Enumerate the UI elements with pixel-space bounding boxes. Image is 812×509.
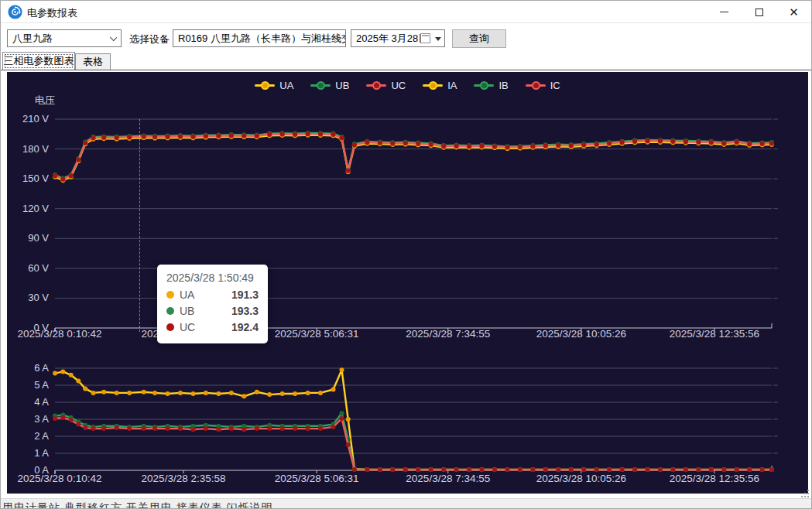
maximize-icon <box>755 9 763 16</box>
close-button[interactable]: ✕ <box>776 1 811 23</box>
chevron-down-icon <box>110 34 117 41</box>
legend-label: UC <box>391 80 406 91</box>
legend-label: UB <box>335 80 349 91</box>
tooltip-uc-label: UC <box>180 321 195 333</box>
legend-swatch-icon <box>255 84 275 87</box>
area-select[interactable]: 八里九路 <box>7 29 122 47</box>
tab-table-label: 表格 <box>83 55 103 69</box>
svg-text:3 A: 3 A <box>34 413 49 425</box>
tooltip-ub-value: 193.3 <box>231 305 259 317</box>
svg-text:2025/3/28 10:05:26: 2025/3/28 10:05:26 <box>536 328 626 340</box>
tooltip-time: 2025/3/28 1:50:49 <box>166 272 259 284</box>
tab-focus-rect <box>5 54 73 68</box>
tooltip-row-uc: UC 192.4 <box>166 321 259 333</box>
legend-label: IB <box>499 80 508 91</box>
device-select-value: R0169 八里九路（长丰路）与湘桂线交 <box>178 32 346 46</box>
legend-label: UA <box>279 80 293 91</box>
area-select-value: 八里九路 <box>12 32 53 46</box>
crosshair-line <box>139 119 140 332</box>
legend-swatch-icon <box>423 84 443 87</box>
svg-text:2025/3/28 5:06:31: 2025/3/28 5:06:31 <box>275 328 359 340</box>
svg-text:2025/3/28 2:35:58: 2025/3/28 2:35:58 <box>142 473 226 484</box>
legend-item-ub[interactable]: UB <box>310 80 349 91</box>
device-select[interactable]: R0169 八里九路（长丰路）与湘桂线交 <box>173 29 346 47</box>
svg-text:2025/3/28 0:10:42: 2025/3/28 0:10:42 <box>18 473 102 484</box>
tooltip-uc-value: 192.4 <box>231 321 259 333</box>
legend-item-ib[interactable]: IB <box>474 80 508 91</box>
svg-text:90 V: 90 V <box>28 232 49 244</box>
svg-text:30 V: 30 V <box>28 292 49 303</box>
background-window-strip: 用电计量站 典型移红方 开关用电 接表仪表 闪烁说明 <box>1 498 811 508</box>
svg-text:210 V: 210 V <box>22 113 49 125</box>
legend-label: IA <box>447 80 457 91</box>
legend-swatch-icon <box>310 84 331 87</box>
tooltip-ua-value: 191.3 <box>231 289 259 301</box>
legend-item-ic[interactable]: IC <box>526 80 560 91</box>
date-picker-value: 2025年 3月28日 <box>356 32 428 46</box>
current-chart[interactable]: 0 A1 A2 A3 A4 A5 A6 A2025/3/28 0:10:4220… <box>7 358 808 493</box>
svg-text:150 V: 150 V <box>22 173 49 184</box>
svg-text:2025/3/28 12:35:56: 2025/3/28 12:35:56 <box>670 328 759 340</box>
chart-tooltip: 2025/3/28 1:50:49 UA 191.3 UB 193.3 UC 1… <box>157 265 268 343</box>
chart-legend: UAUBUCIAIBIC <box>7 80 808 91</box>
legend-label: IC <box>550 80 560 91</box>
tooltip-ua-label: UA <box>180 289 194 301</box>
svg-text:2025/3/28 7:34:55: 2025/3/28 7:34:55 <box>406 473 490 484</box>
svg-text:1 A: 1 A <box>34 447 49 459</box>
legend-item-uc[interactable]: UC <box>366 80 406 91</box>
window-title: 电参数报表 <box>27 6 77 20</box>
tooltip-row-ua: UA 191.3 <box>166 289 259 301</box>
date-picker[interactable]: 2025年 3月28日 <box>351 29 445 47</box>
svg-text:4 A: 4 A <box>34 396 49 408</box>
svg-text:2025/3/28 10:05:26: 2025/3/28 10:05:26 <box>536 473 626 484</box>
tab-table[interactable]: 表格 <box>75 53 111 70</box>
maximize-button[interactable] <box>742 1 776 23</box>
calendar-icon <box>420 33 430 43</box>
device-label: 选择设备 <box>129 32 170 46</box>
close-icon: ✕ <box>789 5 799 19</box>
svg-text:2 A: 2 A <box>34 430 49 442</box>
minimize-icon <box>720 12 728 12</box>
tooltip-row-ub: UB 193.3 <box>166 305 259 317</box>
minimize-button[interactable] <box>707 1 742 23</box>
svg-text:2025/3/28 0:10:42: 2025/3/28 0:10:42 <box>18 328 102 340</box>
svg-text:120 V: 120 V <box>22 203 49 214</box>
svg-text:2025/3/28 7:34:55: 2025/3/28 7:34:55 <box>406 328 490 340</box>
svg-text:2025/3/28 12:35:56: 2025/3/28 12:35:56 <box>670 473 759 484</box>
tab-chart[interactable]: 三相电参数图表 <box>2 52 75 70</box>
dropdown-arrow-icon[interactable] <box>435 37 441 41</box>
legend-swatch-icon <box>526 84 546 87</box>
legend-swatch-icon <box>366 84 386 87</box>
legend-item-ua[interactable]: UA <box>255 80 293 91</box>
svg-text:180 V: 180 V <box>22 143 49 155</box>
legend-swatch-icon <box>474 84 494 87</box>
app-logo-icon <box>8 5 22 19</box>
toolbar: 八里九路 选择设备 R0169 八里九路（长丰路）与湘桂线交 2025年 3月2… <box>1 24 811 52</box>
resize-grip[interactable] <box>801 490 809 497</box>
tab-content-border <box>1 70 811 70</box>
query-button[interactable]: 查询 <box>452 29 506 48</box>
ub-dot-icon <box>166 307 174 315</box>
voltage-chart[interactable]: 0 V30 V60 V90 V120 V150 V180 V210 V2025/… <box>7 103 808 347</box>
title-bar[interactable]: 电参数报表 ✕ <box>1 1 811 23</box>
legend-item-ia[interactable]: IA <box>423 80 457 91</box>
chart-panel: UAUBUCIAIBIC 电压 0 V30 V60 V90 V120 V150 … <box>7 72 808 494</box>
clipped-background-text: 用电计量站 典型移红方 开关用电 接表仪表 闪烁说明 <box>2 501 273 508</box>
tab-strip: 三相电参数图表 表格 <box>1 52 811 70</box>
svg-text:60 V: 60 V <box>28 262 49 274</box>
tooltip-ub-label: UB <box>180 305 194 317</box>
ua-dot-icon <box>166 291 174 299</box>
svg-text:6 A: 6 A <box>34 362 49 374</box>
uc-dot-icon <box>166 323 174 331</box>
app-window: 电参数报表 ✕ 八里九路 选择设备 R0169 八里九路（长丰路）与湘桂线交 2… <box>0 0 812 509</box>
svg-text:2025/3/28 5:06:31: 2025/3/28 5:06:31 <box>275 473 359 484</box>
svg-text:5 A: 5 A <box>34 379 49 391</box>
